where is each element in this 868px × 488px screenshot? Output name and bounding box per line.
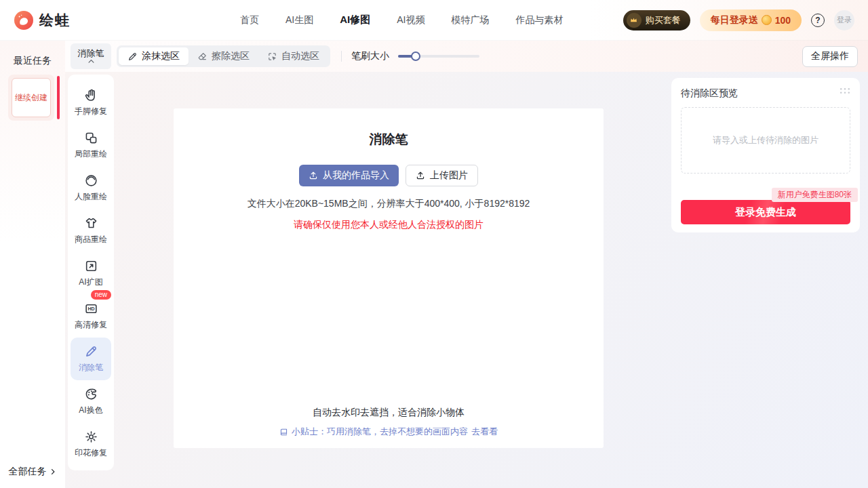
tool-eraser-pen[interactable]: 消除笔 [71, 338, 111, 380]
segment-paint-label: 涂抹选区 [142, 50, 180, 62]
tool-hd-restore[interactable]: new HD 高清修复 [71, 295, 111, 338]
help-icon[interactable]: ? [811, 14, 825, 27]
page: 绘蛙 首页 AI生图 AI修图 AI视频 模特广场 作品与素材 购买套餐 每日登… [0, 0, 868, 488]
tool-name-label: 消除笔 [78, 49, 104, 59]
nav-ai-image[interactable]: AI生图 [285, 14, 313, 26]
buy-plan-button[interactable]: 购买套餐 [623, 10, 690, 30]
tool-name-dropdown[interactable]: 消除笔 [71, 43, 111, 69]
fullscreen-button[interactable]: 全屏操作 [802, 46, 858, 67]
dots-grid-icon[interactable] [840, 87, 850, 94]
segment-erase-label: 擦除选区 [212, 50, 250, 62]
frog-logo-icon [14, 10, 34, 30]
app-logo[interactable]: 绘蛙 [14, 10, 71, 30]
segment-paint-selection[interactable]: 涂抹选区 [119, 47, 189, 65]
toolbar-divider [341, 51, 342, 62]
brush-size-slider[interactable] [398, 55, 479, 58]
face-icon [84, 174, 98, 188]
file-requirements-text: 文件大小在20KB~15MB之间，分辨率大于400*400, 小于8192*81… [248, 198, 530, 210]
tool-face-redraw[interactable]: 人脸重绘 [71, 167, 111, 209]
header-actions: 购买套餐 每日登录送 100 ? 登录 [623, 9, 854, 31]
tool-rail: 手脚修复 局部重绘 人脸重绘 商品重绘 [68, 75, 114, 470]
coin-icon [762, 15, 772, 25]
eraser-icon [197, 52, 208, 62]
logo-text: 绘蛙 [39, 11, 71, 30]
tool-label: 人脸重绘 [75, 191, 107, 203]
tool-hand-foot-fix[interactable]: 手脚修复 [71, 81, 111, 124]
recent-tasks-title: 最近任务 [0, 55, 65, 67]
all-tasks-label: 全部任务 [9, 466, 47, 478]
tool-partial-redraw[interactable]: 局部重绘 [71, 124, 111, 167]
preview-dropzone[interactable]: 请导入或上传待消除的图片 [681, 107, 850, 174]
tip-go-link[interactable]: 去看看 [471, 426, 498, 438]
auto-select-icon [267, 52, 277, 62]
dropzone-placeholder: 请导入或上传待消除的图片 [713, 134, 818, 146]
buy-plan-label: 购买套餐 [646, 14, 681, 26]
preview-panel: 待消除区预览 请导入或上传待消除的图片 新用户免费生图80张 登录免费生成 [671, 78, 860, 232]
tool-ai-expand[interactable]: AI扩图 [71, 252, 111, 295]
gear-flower-icon [84, 430, 98, 444]
continue-create-label: 继续创建 [12, 78, 51, 117]
daily-bonus-button[interactable]: 每日登录送 100 [700, 9, 802, 31]
preview-panel-title: 待消除区预览 [681, 87, 850, 100]
upload-button-label: 上传图片 [430, 169, 468, 182]
chevron-right-icon [49, 468, 57, 476]
nav-works-assets[interactable]: 作品与素材 [515, 14, 563, 26]
upload-card: 消除笔 从我的作品导入 上传图片 文件大小在20KB~15MB之间，分辨率大于4… [174, 108, 604, 448]
upload-actions: 从我的作品导入 上传图片 [299, 165, 478, 186]
tool-label: 印花修复 [75, 447, 107, 459]
layers-icon [84, 131, 98, 145]
upload-icon [416, 171, 425, 180]
hd-icon: HD [84, 302, 98, 316]
new-badge: new [91, 290, 111, 300]
tool-label: 局部重绘 [75, 148, 107, 160]
tool-print-fix[interactable]: 印花修复 [71, 423, 111, 466]
login-generate-button[interactable]: 登录免费生成 [681, 200, 850, 224]
segment-auto-label: 自动选区 [281, 50, 319, 62]
segment-erase-selection[interactable]: 擦除选区 [189, 47, 258, 65]
segment-auto-selection[interactable]: 自动选区 [258, 47, 328, 65]
login-avatar-button[interactable]: 登录 [834, 10, 854, 30]
upload-icon [309, 171, 318, 180]
expand-icon [84, 259, 98, 273]
nav-ai-video[interactable]: AI视频 [397, 14, 425, 26]
crown-icon [627, 13, 642, 28]
tool-label: 商品重绘 [75, 234, 107, 245]
card-title: 消除笔 [370, 131, 408, 148]
feature-description: 自动去水印去遮挡，适合消除小物体 [313, 407, 465, 419]
nav-model-plaza[interactable]: 模特广场 [451, 14, 489, 26]
copyright-warning-text: 请确保仅使用您本人或经他人合法授权的图片 [294, 219, 484, 231]
pen-icon [127, 52, 138, 62]
tshirt-icon [84, 216, 98, 230]
all-tasks-link[interactable]: 全部任务 [0, 466, 65, 478]
daily-bonus-text: 每日登录送 [711, 14, 758, 26]
workspace-canvas: 手脚修复 局部重绘 人脸重绘 商品重绘 [65, 72, 868, 488]
continue-create-card[interactable]: 继续创建 [8, 75, 54, 121]
tip-link-row[interactable]: 小贴士：巧用消除笔，去掉不想要的画面内容 去看看 [279, 426, 498, 438]
tool-ai-recolor[interactable]: AI换色 [71, 380, 111, 423]
main-nav: 首页 AI生图 AI修图 AI视频 模特广场 作品与素材 [240, 14, 563, 26]
selection-mode-segmented: 涂抹选区 擦除选区 自动选区 [117, 45, 330, 67]
tool-product-redraw[interactable]: 商品重绘 [71, 209, 111, 252]
tool-label: 手脚修复 [75, 106, 107, 117]
tool-label: 消除笔 [79, 362, 103, 373]
tool-label: AI扩图 [79, 277, 102, 288]
recent-tasks-sidebar: 最近任务 继续创建 全部任务 [0, 41, 65, 488]
slider-thumb[interactable] [411, 52, 420, 61]
eraser-pen-icon [84, 344, 98, 359]
palette-icon [84, 387, 98, 401]
hd-icon-text: HD [87, 306, 94, 312]
hand-icon [84, 88, 98, 102]
top-header: 绘蛙 首页 AI生图 AI修图 AI视频 模特广场 作品与素材 购买套餐 每日登… [0, 0, 868, 41]
nav-home[interactable]: 首页 [240, 14, 259, 26]
nav-ai-edit[interactable]: AI修图 [340, 14, 370, 26]
brush-size-label: 笔刷大小 [351, 50, 389, 62]
tool-label: 高清修复 [75, 319, 107, 331]
daily-bonus-amount: 100 [775, 15, 791, 26]
sidebar-scrollbar[interactable] [57, 76, 60, 119]
upload-image-button[interactable]: 上传图片 [406, 165, 478, 186]
import-from-works-button[interactable]: 从我的作品导入 [299, 165, 399, 186]
edit-toolbar: 消除笔 涂抹选区 擦除选区 自动选区 [65, 41, 868, 72]
tool-label: AI换色 [79, 405, 102, 416]
chevron-up-icon [87, 58, 95, 64]
free-quota-badge: 新用户免费生图80张 [772, 188, 858, 202]
